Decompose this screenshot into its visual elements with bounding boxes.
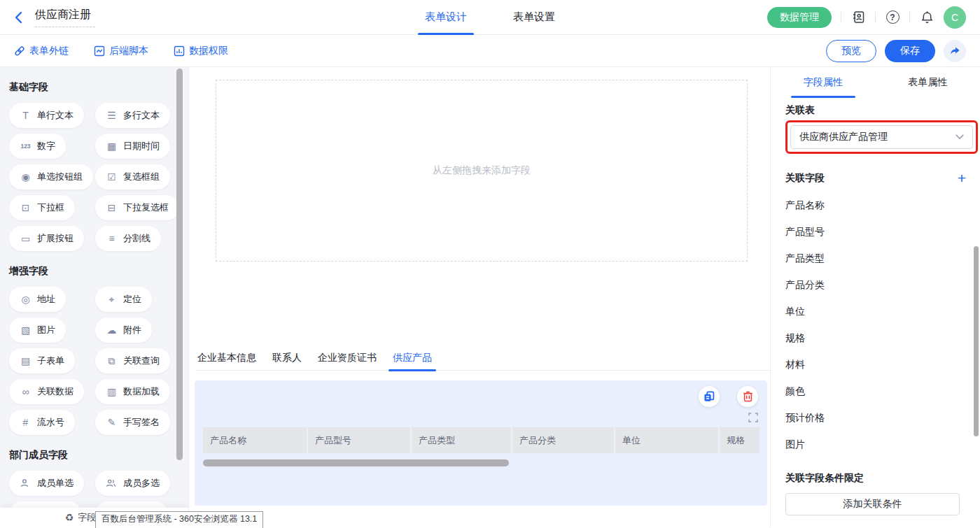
related-table-select[interactable]: 供应商供应产品管理 (790, 125, 973, 149)
field-pill-serial-number[interactable]: #流水号 (9, 410, 75, 435)
field-pill-address[interactable]: ◎地址 (9, 287, 66, 312)
field-pill-label: 多行文本 (123, 109, 160, 122)
delete-button[interactable] (737, 386, 758, 407)
field-pill-select[interactable]: ⊡下拉框 (9, 195, 75, 220)
field-pill-signature[interactable]: ✎手写签名 (95, 410, 170, 435)
target-icon: ⌖ (106, 294, 118, 304)
avatar[interactable]: C (944, 6, 966, 29)
bar-chart-icon: ▥ (106, 387, 118, 397)
related-field-item[interactable]: 产品名称 (785, 199, 980, 212)
selected-subform-widget[interactable]: 产品名称 产品型号 产品类型 产品分类 单位 规格 (195, 380, 767, 506)
field-pill-multi-select[interactable]: ⊟下拉复选框 (95, 195, 179, 220)
link-icon (14, 45, 25, 57)
field-pill-subform[interactable]: ▤子表单 (9, 348, 75, 373)
permission-chart-icon (174, 45, 185, 57)
toolbar-actions: 预览 保存 (826, 40, 966, 62)
tab-field-properties[interactable]: 字段属性 (771, 67, 876, 98)
related-field-item[interactable]: 产品型号 (785, 226, 980, 238)
data-manage-button[interactable]: 数据管理 (767, 7, 832, 28)
form-canvas: 从左侧拖拽来添加字段 企业基本信息 联系人 企业资质证书 供应产品 (189, 67, 770, 527)
section-title-enhanced: 增强字段 (9, 265, 188, 278)
drop-zone[interactable]: 从左侧拖拽来添加字段 (216, 80, 748, 262)
page-title: 供应商注册 (35, 8, 95, 22)
help-icon[interactable]: ? (885, 10, 900, 25)
field-pill-extend-button[interactable]: ▭扩展按钮 (9, 226, 84, 251)
person-icon (20, 478, 31, 488)
related-field-item[interactable]: 规格 (785, 332, 980, 345)
data-permission-item[interactable]: 数据权限 (174, 45, 228, 57)
tab-qualification[interactable]: 企业资质证书 (316, 345, 378, 371)
related-fields-label: 关联字段 (785, 172, 825, 185)
sidebar-scrollbar[interactable] (176, 69, 183, 460)
field-pill-label: 日期时间 (123, 140, 160, 152)
field-pill-number[interactable]: 123数字 (9, 134, 66, 159)
field-pill-label: 附件 (123, 324, 141, 336)
help-glyph: ? (886, 10, 899, 24)
field-pill-member-multi[interactable]: 成员多选 (95, 471, 170, 496)
data-permission-label: 数据权限 (189, 45, 228, 57)
related-field-item[interactable]: 单位 (785, 306, 980, 318)
field-pill-divider[interactable]: ≡分割线 (95, 226, 161, 251)
subform-table-header: 产品名称 产品型号 产品类型 产品分类 单位 规格 (203, 427, 760, 453)
tab-form-settings[interactable]: 表单设置 (510, 0, 558, 35)
field-pill-image[interactable]: ▧图片 (9, 317, 66, 343)
text-icon: T (20, 110, 31, 120)
properties-scrollbar[interactable] (974, 246, 979, 436)
field-pill-lookup[interactable]: ⧉关联查询 (95, 348, 170, 373)
calendar-icon: ▦ (106, 141, 118, 151)
related-field-item[interactable]: 颜色 (785, 385, 980, 398)
tab-form-properties[interactable]: 表单属性 (876, 67, 980, 98)
field-pill-label: 扩展按钮 (37, 232, 74, 245)
related-fields-header: 关联字段 + (785, 171, 980, 185)
related-table-value: 供应商供应产品管理 (799, 131, 888, 143)
tab-company-info[interactable]: 企业基本信息 (196, 345, 258, 371)
related-field-item[interactable]: 产品类型 (785, 252, 980, 265)
tab-form-design[interactable]: 表单设计 (422, 0, 470, 35)
related-field-item[interactable]: 材料 (785, 359, 980, 371)
field-pill-checkbox-group[interactable]: ☑复选框组 (95, 164, 170, 190)
add-field-icon[interactable]: + (958, 171, 966, 185)
field-pill-data-load[interactable]: ▥数据加载 (95, 379, 170, 404)
notification-bell-icon[interactable] (919, 10, 934, 25)
field-pill-linked-data[interactable]: ∞关联数据 (9, 379, 84, 404)
field-pill-label: 关联数据 (37, 385, 74, 398)
backend-script-label: 后端脚本 (109, 45, 148, 57)
related-field-item[interactable]: 图片 (785, 438, 980, 451)
column-header: 产品型号 (308, 427, 410, 453)
external-link-label: 表单外链 (29, 45, 69, 57)
toolbar-links: 表单外链 后端脚本 数据权限 (14, 45, 228, 57)
add-condition-button[interactable]: 添加关联条件 (785, 493, 960, 515)
expand-icon[interactable] (748, 413, 758, 422)
copy-button[interactable] (699, 386, 720, 407)
checkbox-icon: ☑ (106, 172, 118, 182)
address-book-icon[interactable] (850, 10, 866, 25)
share-button[interactable] (944, 40, 966, 62)
field-pill-label: 下拉框 (37, 201, 64, 214)
properties-tabs: 字段属性 表单属性 (771, 67, 980, 98)
radio-icon: ◉ (20, 172, 31, 182)
field-pill-member-single[interactable]: 成员单选 (9, 471, 84, 496)
save-button[interactable]: 保存 (885, 40, 935, 62)
back-icon[interactable] (14, 10, 29, 25)
browser-status-tooltip: 百数后台管理系统 - 360安全浏览器 13.1 (95, 511, 263, 528)
related-field-item[interactable]: 预计价格 (785, 412, 980, 424)
field-pill-single-text[interactable]: T单行文本 (9, 103, 84, 128)
field-pill-label: 复选框组 (123, 171, 160, 183)
backend-script-item[interactable]: 后端脚本 (94, 45, 148, 57)
field-pill-datetime[interactable]: ▦日期时间 (95, 134, 170, 159)
field-pill-multi-text[interactable]: ☰多行文本 (95, 103, 170, 128)
field-pill-location[interactable]: ⌖定位 (95, 287, 152, 312)
field-pill-attachment[interactable]: ☁附件 (95, 317, 152, 343)
related-field-item[interactable]: 产品分类 (785, 279, 980, 292)
tab-contact[interactable]: 联系人 (271, 345, 303, 371)
external-link-item[interactable]: 表单外链 (14, 45, 69, 57)
preview-button[interactable]: 预览 (826, 40, 876, 62)
horizontal-scrollbar[interactable] (203, 459, 509, 466)
tab-supply-products[interactable]: 供应产品 (391, 345, 433, 371)
textarea-icon: ☰ (106, 110, 118, 120)
condition-label: 关联字段条件限定 (785, 472, 980, 485)
field-pill-radio-group[interactable]: ◉单选按钮组 (9, 164, 93, 190)
annotation-box-related-table: 供应商供应产品管理 (785, 120, 978, 154)
header-right: 数据管理 ? C (767, 6, 966, 29)
properties-panel: 字段属性 表单属性 关联表 供应商供应产品管理 关联字段 + 产品名称 产品型号… (770, 67, 980, 527)
